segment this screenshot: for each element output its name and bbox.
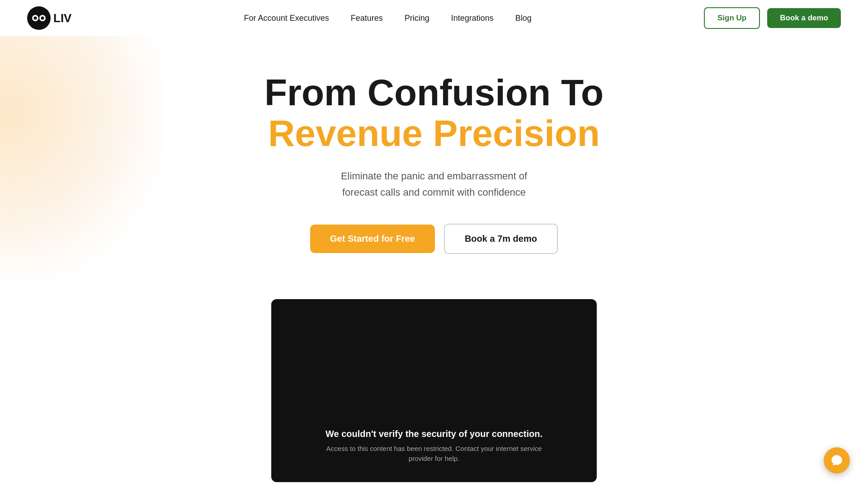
get-started-button[interactable]: Get Started for Free (310, 225, 435, 253)
hero-subtitle-line1: Eliminate the panic and embarrassment of (341, 170, 527, 182)
hero-title-line1: From Confusion To (264, 72, 604, 113)
svg-point-0 (27, 6, 51, 30)
svg-point-3 (34, 17, 37, 20)
logo-text: LIV (53, 11, 71, 25)
book-demo-nav-button[interactable]: Book a demo (767, 8, 841, 28)
nav-link-blog[interactable]: Blog (515, 14, 532, 23)
video-error-desc: Access to this content has been restrict… (326, 444, 542, 464)
video-player[interactable]: We couldn't verify the security of your … (271, 299, 597, 482)
nav-item-pricing[interactable]: Pricing (405, 14, 429, 23)
nav-links: For Account Executives Features Pricing … (244, 14, 532, 23)
nav-item-blog[interactable]: Blog (515, 14, 532, 23)
hero-actions: Get Started for Free Book a 7m demo (310, 224, 558, 254)
nav-link-integrations[interactable]: Integrations (451, 14, 494, 23)
nav-actions: Sign Up Book a demo (704, 7, 841, 29)
nav-link-pricing[interactable]: Pricing (405, 14, 429, 23)
nav-item-features[interactable]: Features (351, 14, 383, 23)
svg-point-4 (41, 17, 44, 20)
chat-icon (830, 454, 843, 467)
nav-link-for-account-executives[interactable]: For Account Executives (244, 14, 329, 23)
nav-item-for-account-executives[interactable]: For Account Executives (244, 14, 329, 23)
navbar: LIV For Account Executives Features Pric… (0, 0, 868, 36)
signup-button[interactable]: Sign Up (704, 7, 760, 29)
nav-item-integrations[interactable]: Integrations (451, 14, 494, 23)
nav-link-features[interactable]: Features (351, 14, 383, 23)
hero-section: From Confusion To Revenue Precision Elim… (0, 36, 868, 281)
hero-subtitle: Eliminate the panic and embarrassment of… (341, 168, 527, 200)
logo[interactable]: LIV (27, 6, 71, 30)
book-demo-button[interactable]: Book a 7m demo (444, 224, 558, 254)
video-section: We couldn't verify the security of your … (0, 281, 868, 482)
hero-title-line2: Revenue Precision (268, 113, 600, 154)
hero-background-gradient (0, 36, 163, 280)
chat-widget[interactable] (824, 447, 850, 474)
logo-icon (27, 6, 51, 30)
hero-subtitle-line2: forecast calls and commit with confidenc… (342, 187, 526, 198)
video-error-title: We couldn't verify the security of your … (326, 429, 542, 439)
